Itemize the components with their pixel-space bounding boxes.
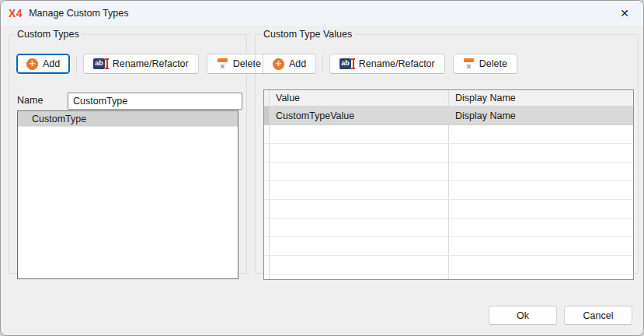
name-label: Name [17, 95, 43, 106]
values-add-button[interactable]: + Add [263, 54, 316, 74]
types-add-button[interactable]: + Add [16, 54, 70, 74]
values-rename-button[interactable]: ab Rename/Refactor [329, 54, 444, 74]
manage-custom-types-dialog: X4 Manage Custom Types ✕ Custom Types + … [0, 0, 644, 336]
table-empty-row[interactable] [264, 237, 633, 256]
table-empty-row[interactable] [264, 200, 633, 219]
value-cell[interactable]: CustomTypeValue [270, 107, 449, 124]
grid-header: Value Display Name [264, 90, 633, 107]
custom-type-values-group: Custom Type Values + Add ab Rename/Refac… [255, 29, 639, 274]
types-rename-button[interactable]: ab Rename/Refactor [83, 54, 198, 74]
table-empty-row[interactable] [264, 219, 633, 237]
table-row[interactable]: CustomTypeValue Display Name [264, 107, 633, 125]
row-gutter [264, 107, 270, 124]
name-input[interactable] [68, 93, 242, 110]
table-empty-row[interactable] [264, 163, 633, 181]
values-delete-button[interactable]: × Delete [453, 54, 517, 74]
add-icon: + [273, 58, 284, 70]
custom-types-group-title: Custom Types [14, 29, 82, 40]
app-logo-x4: X4 [9, 7, 23, 19]
delete-icon: × [463, 58, 475, 70]
rename-icon: ab [93, 58, 108, 69]
rename-icon: ab [339, 58, 354, 69]
add-icon: + [26, 58, 38, 70]
grid-gutter [264, 90, 270, 106]
grid-filler [264, 275, 633, 279]
custom-types-list[interactable]: CustomType [17, 110, 238, 279]
values-delete-label: Delete [479, 58, 507, 69]
toolbar-separator [322, 54, 323, 73]
table-empty-row[interactable] [264, 181, 633, 200]
values-add-label: Add [289, 58, 306, 69]
window-title: Manage Custom Types [29, 8, 128, 19]
table-empty-row[interactable] [264, 256, 633, 275]
display-name-cell[interactable]: Display Name [449, 107, 633, 124]
types-add-label: Add [43, 58, 60, 69]
table-empty-rows [264, 125, 633, 275]
custom-type-values-toolbar: + Add ab Rename/Refactor × Delete [263, 54, 517, 74]
title-bar[interactable]: X4 Manage Custom Types ✕ [1, 1, 643, 26]
table-empty-row[interactable] [264, 144, 633, 163]
delete-icon: × [217, 58, 228, 70]
toolbar-separator [76, 54, 77, 73]
column-header-value[interactable]: Value [270, 90, 449, 106]
values-rename-label: Rename/Refactor [359, 58, 435, 69]
custom-types-group: Custom Types + Add ab Rename/Refactor × … [9, 29, 247, 274]
name-field-row: Name [17, 95, 237, 106]
types-rename-label: Rename/Refactor [113, 58, 189, 69]
custom-type-values-group-title: Custom Type Values [260, 29, 355, 40]
table-empty-row[interactable] [264, 125, 633, 144]
cancel-button[interactable]: Cancel [564, 306, 632, 325]
column-header-display-name[interactable]: Display Name [449, 90, 633, 106]
ok-button[interactable]: Ok [489, 306, 557, 325]
close-icon[interactable]: ✕ [614, 4, 635, 23]
list-item[interactable]: CustomType [18, 111, 238, 127]
custom-types-toolbar: + Add ab Rename/Refactor × Delete [16, 54, 271, 74]
custom-type-values-grid[interactable]: Value Display Name CustomTypeValue Displ… [263, 89, 634, 280]
